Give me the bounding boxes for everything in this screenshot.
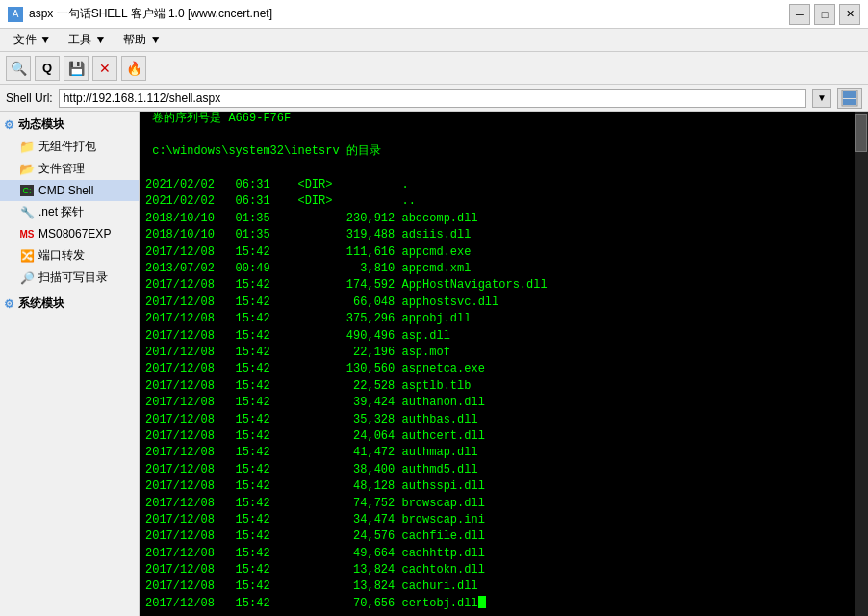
terminal-line-3 bbox=[145, 127, 862, 143]
system-section-header[interactable]: ⚙ 系统模块 bbox=[0, 293, 139, 315]
terminal-line-19: 2017/12/08 15:42 39,424 authanon.dll bbox=[145, 395, 862, 411]
system-section-label: 系统模块 bbox=[18, 295, 64, 312]
terminal-line-2: 卷的序列号是 A669-F76F bbox=[145, 112, 862, 127]
filemgr-icon: 📂 bbox=[19, 162, 35, 177]
terminal-line-8: 2018/10/10 01:35 230,912 abocomp.dll bbox=[145, 211, 862, 227]
svg-rect-2 bbox=[843, 99, 856, 105]
terminal-line-6: 2021/02/02 06:31 <DIR> . bbox=[145, 177, 862, 193]
menu-file[interactable]: 文件 ▼ bbox=[6, 30, 59, 50]
terminal[interactable]: c:\windows\system32\cmd.exe>/c dir 执行中请稍… bbox=[140, 112, 868, 616]
terminal-line-20: 2017/12/08 15:42 35,328 authbas.dll bbox=[145, 412, 862, 428]
system-section: ⚙ 系统模块 bbox=[0, 291, 139, 317]
sidebar-item-ms[interactable]: MS MS08067EXP bbox=[0, 223, 139, 244]
scrollbar-thumb[interactable] bbox=[855, 114, 867, 152]
sidebar-item-ms-label: MS08067EXP bbox=[38, 227, 111, 241]
sidebar-item-filemgr[interactable]: 📂 文件管理 bbox=[0, 158, 139, 180]
terminal-line-7: 2021/02/02 06:31 <DIR> .. bbox=[145, 193, 862, 210]
package-icon: 📁 bbox=[19, 140, 35, 155]
terminal-lines: 驱动器 C 中的卷没有标签。 卷的序列号是 A669-F76F c:\windo… bbox=[145, 112, 862, 612]
ms-icon: MS bbox=[19, 226, 35, 242]
menu-tools[interactable]: 工具 ▼ bbox=[61, 30, 114, 50]
sidebar-item-port-label: 端口转发 bbox=[38, 247, 85, 264]
terminal-line-25: 2017/12/08 15:42 74,752 browscap.dll bbox=[145, 496, 862, 512]
terminal-line-24: 2017/12/08 15:42 48,128 authsspi.dll bbox=[145, 478, 862, 495]
terminal-line-9: 2018/10/10 01:35 319,488 adsiis.dll bbox=[145, 227, 862, 244]
toolbar: 🔍 Q 💾 ✕ 🔥 bbox=[0, 52, 868, 85]
url-label: Shell Url: bbox=[6, 91, 53, 105]
menu-help[interactable]: 帮助 ▼ bbox=[115, 30, 168, 50]
title-bar: A aspx 一句话SHELL 客户端 1.0 [www.cncert.net]… bbox=[0, 0, 868, 29]
sidebar-item-cmd[interactable]: C: CMD Shell bbox=[0, 180, 139, 201]
toolbar-save-btn[interactable]: 💾 bbox=[64, 56, 89, 81]
toolbar-fire-btn[interactable]: 🔥 bbox=[121, 56, 146, 81]
terminal-line-31: 2017/12/08 15:42 70,656 certobj.dll bbox=[145, 596, 862, 612]
sidebar-item-cmd-label: CMD Shell bbox=[38, 184, 93, 197]
terminal-cursor bbox=[478, 596, 486, 608]
dynamic-section-label: 动态模块 bbox=[18, 116, 64, 133]
toolbar-clear-btn[interactable]: ✕ bbox=[92, 56, 117, 81]
url-dropdown-btn[interactable]: ▼ bbox=[812, 89, 831, 108]
sidebar-item-package[interactable]: 📁 无组件打包 bbox=[0, 136, 139, 158]
url-bar: Shell Url: ▼ bbox=[0, 85, 868, 112]
dynamic-section: ⚙ 动态模块 📁 无组件打包 📂 文件管理 C: CMD Shell 🔧 .ne… bbox=[0, 112, 139, 291]
restore-button[interactable]: □ bbox=[814, 4, 835, 25]
net-icon: 🔧 bbox=[19, 205, 35, 220]
terminal-line-12: 2017/12/08 15:42 174,592 AppHostNavigato… bbox=[145, 277, 862, 294]
system-section-icon: ⚙ bbox=[4, 297, 14, 311]
app-icon: A bbox=[8, 7, 23, 22]
terminal-line-27: 2017/12/08 15:42 24,576 cachfile.dll bbox=[145, 528, 862, 545]
toolbar-search-btn[interactable]: 🔍 bbox=[6, 56, 31, 81]
scan-icon: 🔎 bbox=[19, 270, 35, 286]
terminal-line-5 bbox=[145, 161, 862, 177]
window-title: aspx 一句话SHELL 客户端 1.0 [www.cncert.net] bbox=[29, 6, 272, 22]
terminal-line-23: 2017/12/08 15:42 38,400 authmd5.dll bbox=[145, 462, 862, 478]
url-input[interactable] bbox=[59, 89, 806, 108]
port-icon: 🔀 bbox=[19, 248, 35, 264]
terminal-line-11: 2013/07/02 00:49 3,810 appcmd.xml bbox=[145, 261, 862, 277]
terminal-line-21: 2017/12/08 15:42 24,064 authcert.dll bbox=[145, 428, 862, 445]
sidebar-item-net-label: .net 探针 bbox=[38, 204, 84, 220]
window-controls: ─ □ ✕ bbox=[789, 4, 860, 25]
sidebar-item-package-label: 无组件打包 bbox=[38, 139, 96, 155]
terminal-line-17: 2017/12/08 15:42 130,560 aspnetca.exe bbox=[145, 361, 862, 377]
go-icon bbox=[841, 90, 858, 107]
url-go-btn[interactable] bbox=[837, 88, 862, 109]
svg-rect-1 bbox=[843, 91, 856, 98]
terminal-container: c:\windows\system32\cmd.exe>/c dir 执行中请稍… bbox=[140, 112, 868, 616]
terminal-line-22: 2017/12/08 15:42 41,472 authmap.dll bbox=[145, 445, 862, 461]
terminal-line-18: 2017/12/08 15:42 22,528 asptlb.tlb bbox=[145, 378, 862, 395]
terminal-line-10: 2017/12/08 15:42 111,616 appcmd.exe bbox=[145, 244, 862, 261]
toolbar-q-btn[interactable]: Q bbox=[35, 56, 60, 81]
cmd-icon: C: bbox=[19, 183, 35, 198]
terminal-line-13: 2017/12/08 15:42 66,048 apphostsvc.dll bbox=[145, 295, 862, 311]
sidebar-item-scan-label: 扫描可写目录 bbox=[38, 270, 108, 286]
terminal-line-30: 2017/12/08 15:42 13,824 cachuri.dll bbox=[145, 578, 862, 595]
close-button[interactable]: ✕ bbox=[839, 4, 860, 25]
sidebar-item-port[interactable]: 🔀 端口转发 bbox=[0, 244, 139, 267]
main-area: ⚙ 动态模块 📁 无组件打包 📂 文件管理 C: CMD Shell 🔧 .ne… bbox=[0, 112, 868, 616]
minimize-button[interactable]: ─ bbox=[789, 4, 810, 25]
terminal-line-29: 2017/12/08 15:42 13,824 cachtokn.dll bbox=[145, 562, 862, 578]
sidebar-item-net[interactable]: 🔧 .net 探针 bbox=[0, 201, 139, 223]
terminal-line-16: 2017/12/08 15:42 22,196 asp.mof bbox=[145, 345, 862, 361]
terminal-line-28: 2017/12/08 15:42 49,664 cachhttp.dll bbox=[145, 546, 862, 562]
terminal-line-15: 2017/12/08 15:42 490,496 asp.dll bbox=[145, 328, 862, 345]
dynamic-section-header[interactable]: ⚙ 动态模块 bbox=[0, 114, 139, 136]
terminal-line-26: 2017/12/08 15:42 34,474 browscap.ini bbox=[145, 512, 862, 528]
menu-bar: 文件 ▼ 工具 ▼ 帮助 ▼ bbox=[0, 29, 868, 52]
terminal-line-14: 2017/12/08 15:42 375,296 appobj.dll bbox=[145, 311, 862, 327]
dynamic-section-icon: ⚙ bbox=[4, 118, 14, 132]
terminal-line-4: c:\windows\system32\inetsrv 的目录 bbox=[145, 143, 862, 160]
sidebar-item-scan[interactable]: 🔎 扫描可写目录 bbox=[0, 267, 139, 289]
sidebar: ⚙ 动态模块 📁 无组件打包 📂 文件管理 C: CMD Shell 🔧 .ne… bbox=[0, 112, 140, 616]
sidebar-item-filemgr-label: 文件管理 bbox=[38, 161, 85, 177]
vertical-scrollbar[interactable] bbox=[855, 112, 868, 616]
